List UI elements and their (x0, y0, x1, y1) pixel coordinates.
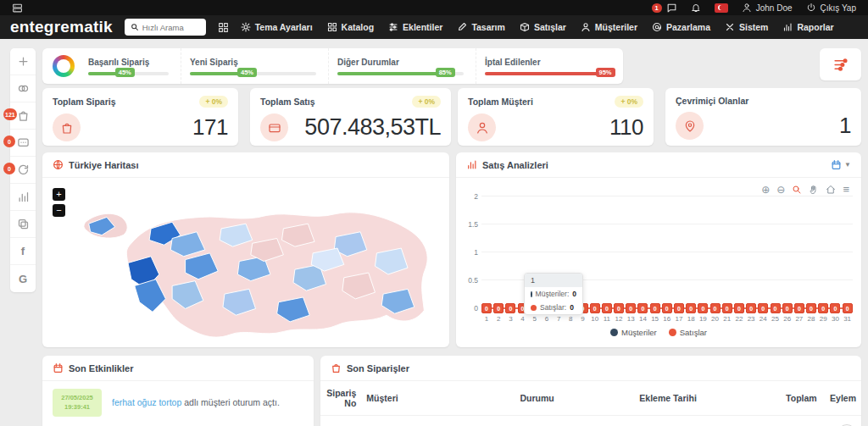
data-point[interactable]: 0 (758, 303, 768, 313)
x-tick-label: 5 (530, 315, 540, 323)
top-strip: 1 John Doe Çıkış Yap (0, 0, 868, 15)
gear-icon (241, 22, 251, 32)
notifications-button[interactable] (691, 3, 701, 13)
rail-facebook-button[interactable]: f (10, 238, 36, 265)
data-point[interactable]: 0 (674, 303, 684, 313)
col-toplam: Toplam (754, 381, 822, 416)
turkey-choropleth-map[interactable] (47, 180, 445, 343)
chat-icon (666, 3, 677, 14)
chart-plot-area[interactable]: 00.511.52 000000000000000000000000000000… (481, 196, 853, 308)
activity-date-badge: 27/05/202519:39:41 (53, 389, 102, 417)
data-point[interactable]: 0 (493, 303, 504, 313)
rail-sync-button[interactable]: 0 (10, 157, 36, 184)
data-point[interactable]: 0 (481, 303, 492, 313)
apps-grid-button[interactable] (218, 21, 229, 33)
legend-satislar[interactable]: Satışlar (669, 328, 707, 337)
data-point[interactable]: 0 (746, 303, 756, 313)
menu-item-raporlar[interactable]: Raporlar (782, 22, 833, 32)
satislar-dot (531, 305, 537, 311)
menu-item-tema-ayarlari[interactable]: Tema Ayarları (241, 22, 313, 32)
data-point[interactable]: 0 (602, 303, 612, 313)
data-point[interactable]: 0 (818, 303, 828, 313)
data-point[interactable]: 0 (650, 303, 660, 313)
menu-item-sistem[interactable]: Sistem (725, 22, 768, 32)
menu-item-satislar[interactable]: Satışlar (520, 22, 566, 32)
chart-date-range-button[interactable]: ▼ (831, 159, 851, 170)
x-tick-label: 25 (771, 315, 781, 323)
data-point[interactable]: 0 (710, 303, 721, 313)
col-durumu: Durumu (515, 381, 634, 416)
data-point[interactable]: 0 (734, 303, 744, 313)
y-tick-label: 0.5 (461, 276, 478, 285)
x-tick-label: 27 (794, 315, 804, 323)
filter-icon (832, 57, 849, 73)
chart-legend: Müşteriler Satışlar (456, 328, 861, 337)
chart-menu-button[interactable]: ≡ (843, 184, 849, 195)
support-chat-button[interactable]: 1 (652, 3, 677, 14)
data-point[interactable]: 0 (637, 303, 648, 313)
data-point[interactable]: 0 (590, 303, 600, 313)
data-point[interactable]: 0 (722, 303, 732, 313)
order-row[interactable]: 428 ferhat oğuz tortop HAZIRLANIYOR 13/0… (320, 416, 861, 426)
rail-stats-button[interactable] (10, 184, 36, 211)
chart-zoom-out-button[interactable]: ⊖ (776, 185, 785, 195)
app-logo[interactable]: entegrematik (10, 18, 113, 36)
rail-google-button[interactable]: G (10, 265, 36, 292)
rail-copy-button[interactable] (10, 211, 36, 238)
data-point[interactable]: 0 (614, 303, 624, 313)
menu-item-katalog[interactable]: Katalog (327, 22, 375, 32)
data-point[interactable]: 0 (505, 303, 515, 313)
data-point[interactable]: 0 (771, 303, 781, 313)
data-point[interactable]: 0 (806, 303, 816, 313)
rail-add-button[interactable] (10, 48, 36, 75)
stat-card-toplam-musteri[interactable]: Toplam Müşteri+ 0% 110 (458, 88, 654, 146)
search-input[interactable] (142, 23, 197, 32)
data-point[interactable]: 0 (843, 303, 853, 313)
data-point[interactable]: 0 (782, 303, 793, 313)
customer-link[interactable]: ferhat oğuz tortop (112, 397, 181, 407)
stat-card-cevrimici-olanlar[interactable]: Çevrimiçi Olanlar 1 (665, 88, 861, 146)
archive-icon[interactable] (12, 2, 23, 14)
rail-orders-button[interactable]: 121 (10, 102, 36, 130)
map-zoom-out-button[interactable]: − (53, 204, 65, 217)
stat-card-toplam-satis[interactable]: Toplam Satış+ 0% 507.483,53TL (250, 88, 451, 146)
rail-messages-button[interactable]: 0 (10, 130, 36, 157)
data-point[interactable]: 0 (698, 303, 708, 313)
user-icon (742, 3, 752, 13)
data-point[interactable]: 0 (794, 303, 804, 313)
menu-item-tasarim[interactable]: Tasarım (457, 22, 505, 32)
chart-zoom-in-button[interactable]: ⊕ (761, 185, 770, 195)
logout-button[interactable]: Çıkış Yap (806, 3, 856, 13)
menu-item-musteriler[interactable]: Müşteriler (581, 22, 637, 32)
x-tick-label: 3 (505, 315, 515, 323)
musteriler-dot (531, 291, 532, 297)
dashboard-filter-button[interactable] (820, 48, 861, 80)
progress-badge: 95% (596, 68, 615, 78)
credit-card-icon (260, 113, 288, 141)
bag-icon (331, 362, 342, 373)
data-point[interactable]: 0 (686, 303, 696, 313)
map-card-header: Türkiye Haritası (42, 152, 449, 178)
map-zoom-in-button[interactable]: + (53, 188, 65, 201)
progress-yeni-siparis: Yeni Sipariş 45% (181, 48, 328, 84)
chart-pan-button[interactable] (809, 184, 819, 195)
chart-selection-zoom-button[interactable] (792, 184, 802, 195)
chart-title: Satış Analizleri (482, 160, 548, 170)
rail-link-button[interactable] (10, 75, 36, 102)
stat-card-toplam-siparis[interactable]: Toplam Sipariş+ 0% 171 (42, 88, 238, 146)
sliders-icon (388, 22, 398, 32)
quick-search[interactable] (125, 19, 206, 36)
menu-item-pazarlama[interactable]: Pazarlama (652, 22, 710, 32)
box-icon (520, 22, 530, 32)
data-point[interactable]: 0 (662, 303, 672, 313)
trend-badge: + 0% (199, 96, 228, 108)
orders-table: Sipariş No Müşteri Durumu Ekleme Tarihi … (320, 381, 861, 426)
data-point[interactable]: 0 (626, 303, 636, 313)
chart-reset-button[interactable] (826, 184, 836, 195)
user-menu[interactable]: John Doe (742, 3, 793, 13)
power-icon (806, 3, 816, 13)
menu-item-eklentiler[interactable]: Eklentiler (388, 22, 442, 32)
data-point[interactable]: 0 (830, 303, 840, 313)
turkish-flag-icon[interactable] (715, 3, 728, 13)
legend-musteriler[interactable]: Müşteriler (610, 328, 657, 337)
